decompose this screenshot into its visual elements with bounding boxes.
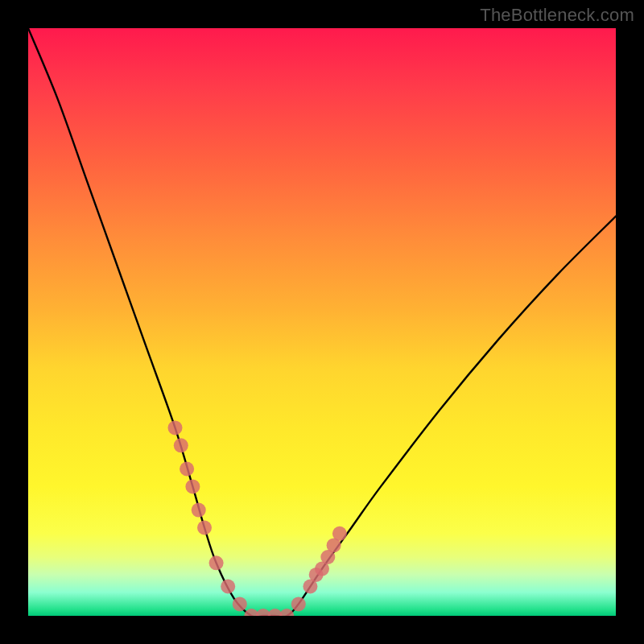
chart-svg [28,28,616,616]
marker-dot [174,438,188,452]
marker-dot [279,609,294,616]
marker-dot [168,420,183,435]
marker-dot [233,597,247,611]
plot-area [28,28,616,616]
marker-dot [291,597,306,611]
highlight-markers [168,420,347,616]
marker-dot [185,479,200,493]
marker-dot [197,521,212,535]
chart-frame: TheBottleneck.com [0,0,644,644]
marker-dot [180,462,194,477]
marker-dot [221,580,235,594]
bottleneck-curve [28,28,616,616]
marker-dot [192,503,206,518]
marker-dot [209,555,224,570]
marker-dot [332,526,347,541]
watermark-text: TheBottleneck.com [480,5,634,26]
